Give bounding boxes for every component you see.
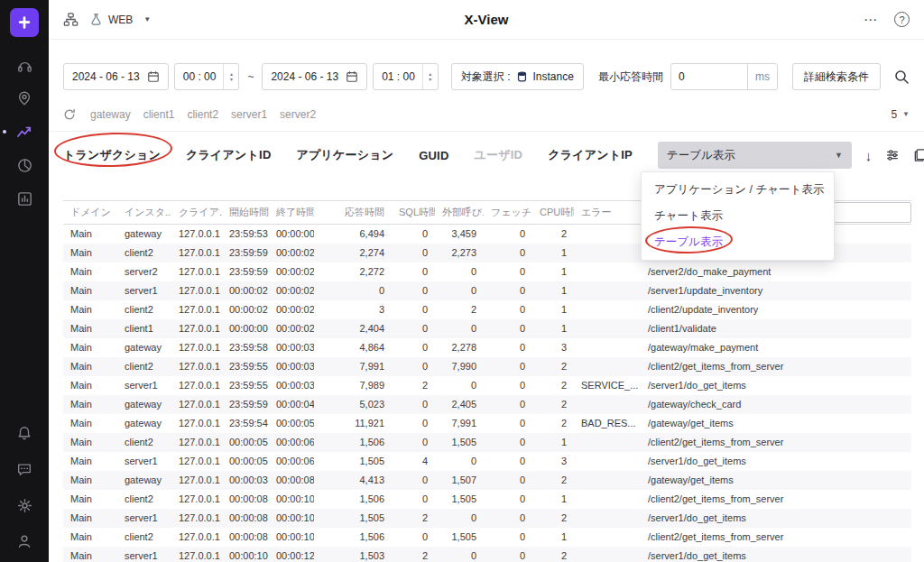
headset-icon[interactable] [14, 55, 34, 75]
instance-tag-bar: gatewayclient1client2server1server2 5 ▼ [49, 97, 924, 132]
tab-client-id[interactable]: クライアントID [186, 147, 271, 163]
docs-icon[interactable] [913, 148, 924, 162]
location-pin-icon[interactable] [14, 88, 34, 108]
top-bar: WEB ▼ X-View ⋯ ? [49, 0, 924, 40]
column-header[interactable]: 開始時間 [222, 201, 269, 225]
instance-icon [517, 71, 527, 82]
start-time-value: 00 : 00 [183, 70, 217, 83]
view-mode-dropdown[interactable]: テーブル表示 ▼ [658, 142, 852, 169]
chevron-down-icon: ▼ [902, 110, 910, 118]
table-toolbar: ↓ [865, 148, 924, 163]
min-response-input[interactable] [671, 65, 747, 89]
calendar-icon [346, 70, 358, 83]
column-header[interactable]: フェッチ... [484, 201, 532, 225]
chat-icon[interactable] [14, 459, 34, 479]
table-row[interactable]: Mainclient2127.0.0.100:00:05 ...00:00:06… [63, 433, 911, 452]
page-title: X-View [49, 12, 924, 27]
menu-item-chart[interactable]: チャート表示 [642, 203, 834, 229]
instance-tag[interactable]: client1 [143, 108, 175, 121]
calendar-icon [147, 70, 160, 83]
table-row[interactable]: Mainserver1127.0.0.100:00:10 ...00:00:12… [63, 547, 911, 562]
tab-user-id[interactable]: ユーザID [475, 147, 523, 163]
end-time-picker[interactable]: 01 : 00 ▴▾ [373, 63, 439, 90]
table-row[interactable]: Maingateway127.0.0.123:59:59 ...00:00:04… [63, 395, 911, 414]
bell-icon[interactable] [14, 423, 34, 443]
stepper-icon[interactable]: ▴▾ [223, 64, 238, 89]
table-row[interactable]: Mainserver1127.0.0.123:59:55 ...00:00:03… [63, 376, 911, 395]
range-separator: ~ [247, 70, 254, 83]
sitemap-icon[interactable] [63, 12, 79, 27]
table-row[interactable]: Mainserver1127.0.0.100:00:02 ...00:00:02… [63, 281, 911, 300]
menu-item-table[interactable]: テーブル表示 [642, 229, 834, 255]
table-row[interactable]: Mainclient1127.0.0.100:00:00 ...00:00:02… [63, 319, 911, 338]
download-icon[interactable]: ↓ [865, 148, 873, 163]
view-mode-menu: アプリケーション / チャート表示 チャート表示 テーブル表示 [641, 171, 835, 261]
min-response-group: ms [670, 63, 778, 90]
table-row[interactable]: Maingateway127.0.0.100:00:03 ...00:00:08… [63, 471, 911, 490]
table-row[interactable]: Mainserver2127.0.0.123:59:59 ...00:00:02… [63, 263, 911, 281]
column-header[interactable]: 応答時間 [314, 201, 392, 225]
whatap-logo-icon[interactable] [10, 8, 39, 37]
instance-tag[interactable]: gateway [90, 108, 131, 121]
chevron-down-icon: ▼ [835, 151, 843, 160]
instance-tag[interactable]: server2 [280, 108, 316, 121]
column-header[interactable]: 終了時間 [269, 201, 314, 225]
end-date-picker[interactable]: 2024 - 06 - 13 [262, 63, 367, 90]
workspace-label: WEB [108, 14, 133, 26]
column-header[interactable]: SQL時間 [392, 201, 435, 225]
flask-icon [89, 13, 103, 26]
main-area: WEB ▼ X-View ⋯ ? 2024 - 06 - 13 [49, 0, 924, 562]
xview-chart-icon[interactable] [14, 122, 34, 142]
advanced-search-label: 詳細検索条件 [804, 69, 869, 85]
table-row[interactable]: Mainclient2127.0.0.100:00:08 ...00:00:10… [63, 528, 911, 547]
more-icon[interactable]: ⋯ [864, 12, 878, 28]
column-header[interactable]: ドメイン [63, 201, 117, 225]
gear-icon[interactable] [14, 495, 34, 515]
end-date-value: 2024 - 06 - 13 [271, 70, 338, 83]
table-row[interactable]: Mainserver1127.0.0.100:00:05 ...00:00:06… [63, 452, 911, 471]
report-icon[interactable] [14, 189, 34, 208]
tab-guid[interactable]: GUID [419, 149, 448, 162]
pie-chart-icon[interactable] [14, 155, 34, 175]
sidebar-nav [14, 55, 34, 208]
target-value: Instance [533, 70, 574, 83]
column-header[interactable]: インスタ... [117, 201, 171, 225]
sliders-icon[interactable] [885, 148, 900, 162]
tab-client-ip[interactable]: クライアントIP [548, 147, 633, 163]
app-window: WEB ▼ X-View ⋯ ? 2024 - 06 - 13 [0, 0, 924, 562]
table-body: Maingateway127.0.0.123:59:53 ...00:00:00… [63, 225, 911, 562]
row-count-select[interactable]: 5 ▼ [891, 108, 910, 121]
column-header[interactable]: CPU時間 [532, 201, 574, 225]
table-row[interactable]: Maingateway127.0.0.123:59:58 ...00:00:03… [63, 338, 911, 357]
target-select-button[interactable]: 対象選択 : Instance [451, 63, 584, 90]
menu-item-application-chart[interactable]: アプリケーション / チャート表示 [642, 177, 834, 203]
stepper-icon[interactable]: ▴▾ [422, 64, 438, 89]
workspace-selector[interactable]: WEB ▼ [89, 13, 151, 26]
column-header[interactable]: クライア... [171, 201, 222, 225]
sidebar-bottom-nav [14, 423, 34, 551]
instance-tag[interactable]: client2 [187, 108, 218, 121]
row-count-value: 5 [891, 108, 897, 121]
chevron-down-icon: ▼ [143, 15, 151, 23]
instance-tag[interactable]: server1 [231, 108, 267, 121]
view-mode-selected: テーブル表示 [667, 148, 735, 163]
tab-transaction[interactable]: トランザクション [63, 147, 161, 163]
help-icon[interactable]: ? [894, 12, 910, 27]
min-response-unit: ms [747, 64, 777, 89]
start-date-picker[interactable]: 2024 - 06 - 13 [63, 63, 169, 90]
advanced-search-button[interactable]: 詳細検索条件 [792, 63, 881, 90]
min-response-label: 最小応答時間 [598, 69, 663, 85]
column-header[interactable]: 外部呼び... [435, 201, 484, 225]
user-icon[interactable] [14, 531, 34, 551]
search-icon[interactable] [894, 69, 910, 85]
table-row[interactable]: Mainserver1127.0.0.100:00:08 ...00:00:10… [63, 509, 911, 528]
start-time-picker[interactable]: 00 : 00 ▴▾ [174, 63, 240, 90]
table-row[interactable]: Mainclient2127.0.0.123:59:55 ...00:00:03… [63, 357, 911, 376]
table-row[interactable]: Maingateway127.0.0.123:59:54 ...00:00:05… [63, 414, 911, 433]
table-row[interactable]: Mainclient2127.0.0.100:00:08 ...00:00:10… [63, 490, 911, 509]
sidebar [0, 0, 49, 562]
table-row[interactable]: Mainclient2127.0.0.100:00:02 ...00:00:02… [63, 300, 911, 319]
refresh-icon[interactable] [63, 108, 76, 121]
column-header[interactable]: エラー [574, 201, 641, 225]
tab-application[interactable]: アプリケーション [296, 147, 393, 163]
